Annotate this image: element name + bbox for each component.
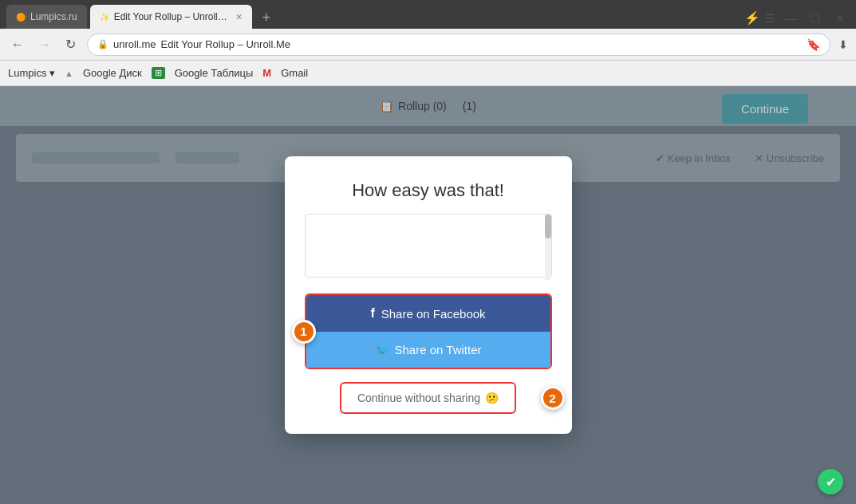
- restore-button[interactable]: ☐: [806, 12, 826, 25]
- toolbar-gmail[interactable]: Gmail: [281, 67, 308, 79]
- modal: How easy was that! 1 f Share on Facebook: [285, 156, 572, 434]
- facebook-icon: f: [370, 306, 374, 321]
- share-text-area[interactable]: [305, 214, 552, 278]
- tab-close-icon[interactable]: ✕: [235, 12, 243, 22]
- url-title: Edit Your Rollup – Unroll.Me: [160, 38, 290, 50]
- lock-icon: 🔒: [97, 39, 108, 49]
- url-box[interactable]: 🔒 unroll.me Edit Your Rollup – Unroll.Me…: [87, 33, 830, 56]
- refresh-button[interactable]: ↻: [62, 33, 79, 55]
- page-content: 📋 Rollup (0) (1) Continue ✔ Keep in Inbo…: [0, 86, 856, 504]
- continue-no-share-button[interactable]: Continue without sharing 😕: [340, 382, 516, 414]
- shield-badge: ✔: [818, 469, 843, 494]
- browser-window: 🟠 Lumpics.ru ✨ Edit Your Rollup – Unroll…: [0, 0, 856, 504]
- continue-no-share-label: Continue without sharing: [357, 392, 480, 404]
- address-bar: ← → ↻ 🔒 unroll.me Edit Your Rollup – Unr…: [0, 29, 856, 61]
- lightning-icon: ⚡: [744, 10, 760, 26]
- toolbar-gdrive[interactable]: Google Диск: [83, 67, 142, 79]
- new-tab-button[interactable]: +: [255, 6, 278, 29]
- modal-title: How easy was that!: [352, 180, 504, 201]
- badge-2: 2: [541, 386, 565, 410]
- toolbar-gmail-icon: M: [262, 67, 271, 79]
- download-icon[interactable]: ⬇: [838, 38, 848, 51]
- facebook-share-button[interactable]: f Share on Facebook: [306, 295, 550, 332]
- toolbar-gsheets[interactable]: Google Таблицы: [175, 67, 254, 79]
- continue-section: Continue without sharing 😕 2: [305, 382, 552, 414]
- scrollbar-track: [545, 215, 551, 280]
- tab-bar: 🟠 Lumpics.ru ✨ Edit Your Rollup – Unroll…: [0, 0, 856, 29]
- toolbar-gsheets-icon: ⊞: [152, 67, 165, 79]
- tab-label-unrollme: Edit Your Rollup – Unroll…: [114, 11, 227, 22]
- share-text-container: [305, 214, 552, 281]
- tab-unrollme[interactable]: ✨ Edit Your Rollup – Unroll… ✕: [90, 5, 252, 29]
- social-section: 1 f Share on Facebook 🐦 Share on Twitter: [305, 293, 552, 369]
- sad-emoji: 😕: [485, 392, 499, 404]
- back-button[interactable]: ←: [8, 34, 27, 55]
- tab-favicon-unrollme: ✨: [100, 13, 109, 22]
- social-buttons-wrapper: f Share on Facebook 🐦 Share on Twitter: [305, 293, 552, 369]
- bookmark-icon[interactable]: 🔖: [807, 38, 820, 51]
- twitter-icon: 🐦: [375, 344, 389, 356]
- facebook-label: Share on Facebook: [381, 307, 486, 321]
- badge-1: 1: [292, 320, 316, 344]
- twitter-label: Share on Twitter: [395, 343, 482, 356]
- toolbar-lumpics[interactable]: Lumpics ▾: [8, 67, 55, 79]
- url-domain: unroll.me: [113, 38, 156, 50]
- modal-overlay: How easy was that! 1 f Share on Facebook: [0, 86, 856, 504]
- menu-icon[interactable]: ☰: [765, 12, 775, 25]
- twitter-share-button[interactable]: 🐦 Share on Twitter: [306, 332, 550, 368]
- tab-favicon-lumpics: 🟠: [16, 13, 26, 22]
- forward-button[interactable]: →: [35, 34, 54, 55]
- minimize-button[interactable]: —: [780, 12, 801, 25]
- bookmarks-toolbar: Lumpics ▾ ▲ Google Диск ⊞ Google Таблицы…: [0, 61, 856, 86]
- tab-lumpics[interactable]: 🟠 Lumpics.ru: [6, 5, 87, 29]
- close-button[interactable]: ✕: [830, 12, 850, 25]
- tab-label-lumpics: Lumpics.ru: [30, 11, 77, 22]
- scrollbar-thumb: [545, 215, 551, 238]
